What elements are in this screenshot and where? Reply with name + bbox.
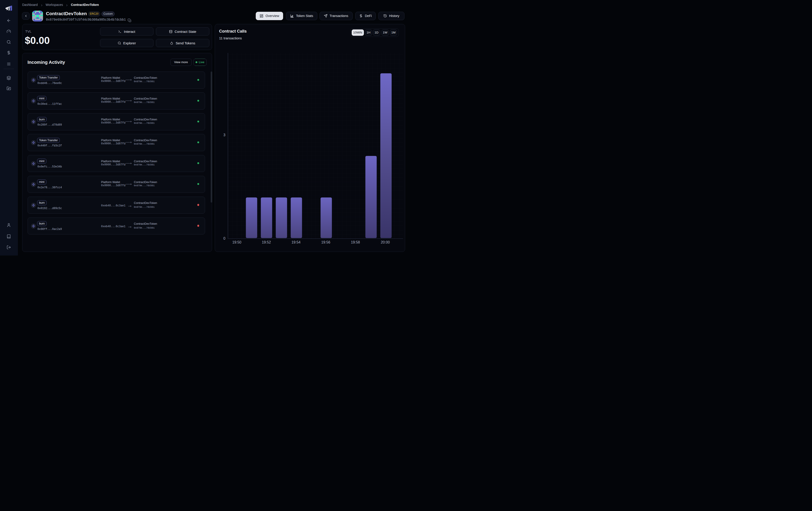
- svg-text:3: 3: [223, 133, 225, 137]
- svg-text:19:52: 19:52: [262, 240, 271, 244]
- svg-text:19:56: 19:56: [321, 240, 330, 244]
- svg-text:0: 0: [223, 236, 225, 240]
- svg-text:19:50: 19:50: [232, 240, 241, 244]
- svg-text:19:58: 19:58: [351, 240, 360, 244]
- svg-text:20:00: 20:00: [381, 240, 390, 244]
- svg-text:19:54: 19:54: [291, 240, 300, 244]
